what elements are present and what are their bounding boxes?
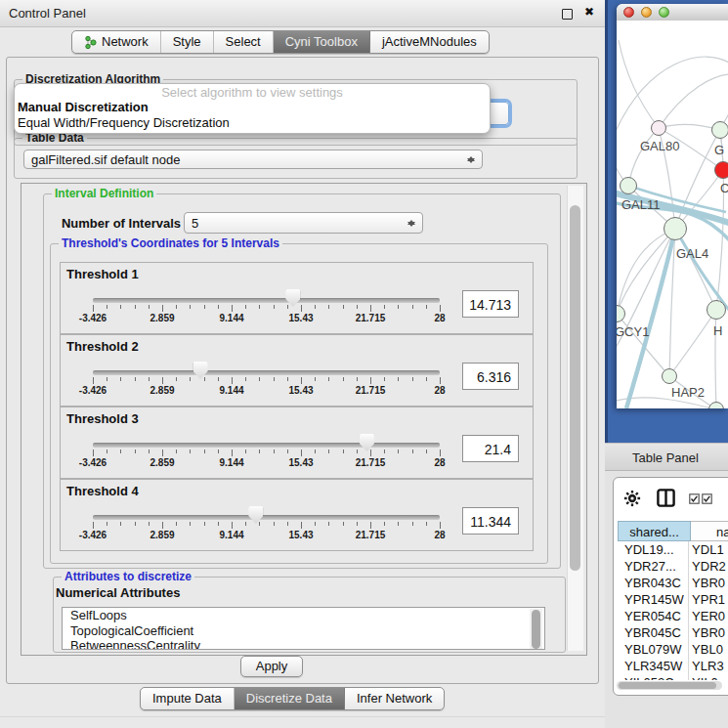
close-traffic-light[interactable] <box>623 7 634 18</box>
slider-tick <box>440 305 441 312</box>
table-row[interactable]: YBL079WYBL0 <box>618 641 728 658</box>
menu-item-equal-width-frequency-discretization[interactable]: Equal Width/Frequency Discretization <box>15 115 490 131</box>
cell-name[interactable]: YIL0 <box>689 674 728 680</box>
slider-tick <box>162 305 163 312</box>
tab-infer-network[interactable]: Infer Network <box>345 688 444 709</box>
tab-network[interactable]: Network <box>72 31 161 53</box>
network-node-c[interactable] <box>714 161 728 179</box>
slider-tick <box>440 522 441 529</box>
cell-shared-name[interactable]: YBR043C <box>618 575 689 591</box>
checkbox-checked-icon[interactable] <box>702 493 712 504</box>
network-node-gal80[interactable] <box>651 120 666 136</box>
table-data-combo[interactable]: galFiltered.sif default node <box>23 150 483 169</box>
slider-track[interactable] <box>93 298 440 303</box>
network-canvas[interactable]: GAL80GCGAL11GAL4GCY1HHAP2 <box>617 21 728 408</box>
settings-vertical-scrollbar[interactable] <box>567 186 583 651</box>
threshold-value-field[interactable]: 21.4 <box>462 435 519 462</box>
threshold-box-2: Threshold 2-3.4262.8599.14415.4321.71528… <box>60 334 534 407</box>
close-icon[interactable]: ✖ <box>584 5 594 19</box>
cell-shared-name[interactable]: YDL19... <box>618 541 689 558</box>
numerical-attributes-list[interactable]: SelfLoopsTopologicalCoefficientBetweenne… <box>62 607 545 650</box>
slider-tick-label: 21.715 <box>356 457 386 468</box>
slider-tick <box>370 522 371 529</box>
table-row[interactable]: YBR043CYBR0 <box>618 575 728 591</box>
threshold-value-field[interactable]: 6.316 <box>462 363 519 390</box>
cell-name[interactable]: YLR3 <box>689 658 728 674</box>
tab-cyni-toolbox[interactable]: Cyni Toolbox <box>274 31 370 53</box>
tab-label: Impute Data <box>152 688 222 709</box>
split-columns-icon[interactable] <box>657 489 675 507</box>
table-row[interactable]: YLR345WYLR3 <box>618 658 728 674</box>
cell-shared-name[interactable]: YLR345W <box>618 658 689 674</box>
settings-scrollbar-thumb[interactable] <box>570 205 580 571</box>
number-of-intervals-combo[interactable]: 5 <box>184 212 423 234</box>
screenshot-root: Control Panel ✖ NetworkStyleSelectCyni T… <box>0 0 728 728</box>
slider-tick <box>287 522 288 526</box>
table-row[interactable]: YBR045CYBR0 <box>618 624 728 641</box>
threshold-label: Threshold 4 <box>66 484 139 498</box>
network-node-g[interactable] <box>711 121 728 139</box>
table-row[interactable]: YDL19...YDL1 <box>618 541 728 558</box>
cell-shared-name[interactable]: YPR145W <box>618 591 689 608</box>
list-item-topologicalcoefficient[interactable]: TopologicalCoefficient <box>63 623 544 639</box>
table-hscrollbar-thumb[interactable] <box>619 682 716 689</box>
cell-shared-name[interactable]: YBL079W <box>618 641 689 658</box>
cell-name[interactable]: YER0 <box>689 608 728 624</box>
slider-track[interactable] <box>93 515 440 520</box>
table-row[interactable]: YER054CYER0 <box>618 608 728 624</box>
tab-select[interactable]: Select <box>214 31 274 53</box>
slider-track[interactable] <box>93 443 440 448</box>
attributes-title: Attributes to discretize <box>62 570 194 583</box>
numerical-attributes-label: Numerical Attributes <box>56 585 180 600</box>
cell-name[interactable]: YBR0 <box>689 575 728 591</box>
network-node-hap2[interactable] <box>662 368 677 384</box>
tab-discretize-data[interactable]: Discretize Data <box>235 688 345 709</box>
cell-name[interactable]: YDL1 <box>689 541 728 558</box>
attributes-scrollbar-thumb[interactable] <box>532 610 540 649</box>
column-header-name[interactable]: na <box>691 521 728 541</box>
table-horizontal-scrollbar[interactable] <box>617 681 722 690</box>
threshold-value-field[interactable]: 14.713 <box>462 290 519 318</box>
slider-tick <box>135 522 136 526</box>
slider-tick <box>218 305 219 309</box>
attributes-scrollbar[interactable] <box>530 609 542 649</box>
gear-icon[interactable] <box>623 490 641 507</box>
cell-name[interactable]: YBL0 <box>689 641 728 658</box>
table-row[interactable]: YIL052CYIL0 <box>618 674 728 680</box>
network-node-gal11[interactable] <box>620 177 637 194</box>
slider-track[interactable] <box>93 370 440 375</box>
threshold-value-field[interactable]: 11.344 <box>462 507 519 535</box>
minimize-traffic-light[interactable] <box>641 7 652 18</box>
list-item-betweennesscentrality[interactable]: BetweennessCentrality <box>63 638 544 650</box>
slider-tick <box>107 377 107 381</box>
table-row[interactable]: YDR27...YDR2 <box>618 558 728 575</box>
cell-shared-name[interactable]: YIL052C <box>618 674 689 680</box>
tab-style[interactable]: Style <box>161 31 214 53</box>
slider-tick <box>232 377 233 384</box>
cell-shared-name[interactable]: YER054C <box>618 608 689 624</box>
float-window-icon[interactable] <box>562 9 573 20</box>
table-row[interactable]: YPR145WYPR1 <box>618 591 728 608</box>
threshold-label: Threshold 3 <box>66 411 139 426</box>
network-node-h[interactable] <box>707 300 726 320</box>
slider-tick <box>149 522 150 526</box>
slider-thumb[interactable] <box>360 434 374 451</box>
column-header-shared-name[interactable]: shared... <box>618 521 691 541</box>
tab-impute-data[interactable]: Impute Data <box>141 688 235 709</box>
cell-shared-name[interactable]: YDR27... <box>618 558 689 575</box>
cell-name[interactable]: YPR1 <box>689 591 728 608</box>
zoom-traffic-light[interactable] <box>659 7 669 18</box>
bottom-tab-bar: Impute DataDiscretize DataInfer Network <box>140 687 445 710</box>
slider-thumb[interactable] <box>248 506 263 524</box>
menu-item-manual-discretization[interactable]: Manual Discretization <box>15 100 490 115</box>
slider-thumb[interactable] <box>193 362 208 379</box>
cell-shared-name[interactable]: YBR045C <box>618 624 689 641</box>
control-panel-window: Control Panel ✖ NetworkStyleSelectCyni T… <box>0 0 606 728</box>
cell-name[interactable]: YDR2 <box>689 558 728 575</box>
network-node-gal4[interactable] <box>664 217 687 240</box>
list-item-selfloops[interactable]: SelfLoops <box>63 608 544 623</box>
cell-name[interactable]: YBR0 <box>689 624 728 641</box>
checkbox-checked-icon[interactable] <box>689 493 700 504</box>
tab-jactivemnodules[interactable]: jActiveMNodules <box>370 31 489 53</box>
apply-button[interactable]: Apply <box>240 656 303 677</box>
